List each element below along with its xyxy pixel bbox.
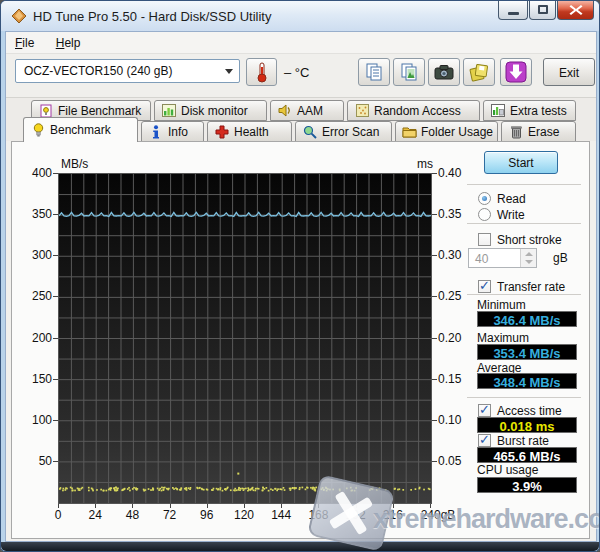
save-button[interactable] <box>463 58 495 86</box>
screenshot-button[interactable] <box>428 58 460 86</box>
window-bottom-edge <box>1 542 599 551</box>
axis-tick-label: 350 <box>24 207 52 221</box>
extra-tests-icon <box>490 104 506 118</box>
axis-tick-mark <box>207 504 208 508</box>
axis-tick-mark <box>432 338 437 339</box>
menu-bar: File Help <box>6 32 596 54</box>
tab-label: Extra tests <box>510 104 567 118</box>
short-stroke-checkbox[interactable]: ✓ Short stroke <box>478 232 562 247</box>
axis-tick-mark <box>432 296 437 297</box>
axis-tick-label: 0.40 <box>438 166 461 180</box>
short-stroke-unit: gB <box>553 251 568 265</box>
axis-tick-mark <box>53 420 58 421</box>
minimum-label: Minimum <box>477 298 526 312</box>
save-icon <box>469 62 489 82</box>
magnifier-icon <box>302 125 318 139</box>
copy-image-button[interactable] <box>393 58 425 86</box>
transfer-rate-checkbox[interactable]: ✓ Transfer rate <box>478 279 565 294</box>
thermometer-icon <box>256 61 268 83</box>
tab-error-scan[interactable]: Error Scan <box>295 121 392 142</box>
tab-aam[interactable]: AAM <box>270 100 344 121</box>
copy-text-button[interactable] <box>358 58 390 86</box>
tab-extra-tests[interactable]: Extra tests <box>483 100 576 121</box>
minimum-value: 346.4 MB/s <box>477 311 577 327</box>
drive-select-value: OCZ-VECTOR150 (240 gB) <box>24 64 173 78</box>
minimize-button[interactable] <box>498 1 528 20</box>
tab-health[interactable]: Health <box>207 121 292 142</box>
axis-tick-mark <box>53 173 58 174</box>
axis-tick-label: 400 <box>24 166 52 180</box>
read-radio[interactable]: Read <box>478 191 526 206</box>
tab-folder-usage[interactable]: Folder Usage <box>395 121 498 142</box>
y-right-axis-unit: ms <box>401 157 433 171</box>
folder-icon <box>402 125 417 139</box>
tab-label: Info <box>168 125 188 139</box>
spinner-up-icon <box>525 252 533 256</box>
axis-tick-mark <box>170 504 171 508</box>
axis-tick-mark <box>432 461 437 462</box>
write-radio[interactable]: Write <box>478 207 525 222</box>
checkbox-icon: ✓ <box>478 434 491 447</box>
minimize-icon <box>508 12 519 15</box>
start-button[interactable]: Start <box>484 151 558 174</box>
benchmark-chart <box>58 173 432 504</box>
chart-canvas <box>59 174 431 503</box>
close-icon <box>569 4 583 16</box>
speaker-icon <box>277 104 293 118</box>
app-window: HD Tune Pro 5.50 - Hard Disk/SSD Utility… <box>0 0 600 552</box>
axis-tick-mark <box>53 296 58 297</box>
tab-erase[interactable]: Erase <box>501 121 576 142</box>
update-button[interactable] <box>500 58 532 86</box>
axis-tick-mark <box>53 338 58 339</box>
checkbox-icon: ✓ <box>478 280 491 293</box>
axis-tick-mark <box>244 504 245 508</box>
drive-select-dropdown[interactable]: OCZ-VECTOR150 (240 gB) <box>15 59 240 83</box>
axis-tick-mark <box>58 504 59 508</box>
tab-label: AAM <box>297 104 323 118</box>
axis-tick-mark <box>53 379 58 380</box>
axis-tick-label: 150 <box>24 372 52 386</box>
maximize-button[interactable] <box>529 1 556 20</box>
spinner-down-icon <box>525 260 533 264</box>
window-title: HD Tune Pro 5.50 - Hard Disk/SSD Utility <box>33 9 271 24</box>
burst-rate-checkbox[interactable]: ✓ Burst rate <box>478 433 549 448</box>
axis-tick-label: 100 <box>24 413 52 427</box>
menu-file[interactable]: File <box>6 32 43 53</box>
close-button[interactable] <box>557 1 594 20</box>
cpu-usage-value: 3.9% <box>477 477 577 493</box>
axis-tick-label: 0.10 <box>438 413 461 427</box>
exit-button[interactable]: Exit <box>543 58 595 86</box>
checkbox-icon: ✓ <box>478 404 491 417</box>
axis-tick-mark <box>432 379 437 380</box>
axis-tick-label: 300 <box>24 248 52 262</box>
info-icon <box>148 125 164 139</box>
file-benchmark-icon <box>38 104 54 118</box>
axis-tick-mark <box>53 255 58 256</box>
axis-tick-mark <box>95 504 96 508</box>
spinner-arrows[interactable] <box>520 249 536 267</box>
tab-random-access[interactable]: Random Access <box>347 100 480 121</box>
lightbulb-icon <box>30 123 46 137</box>
trash-icon <box>508 125 524 139</box>
axis-tick-mark <box>53 214 58 215</box>
axis-tick-mark <box>432 255 437 256</box>
tab-info[interactable]: Info <box>141 121 204 142</box>
tab-benchmark[interactable]: Benchmark <box>23 117 138 142</box>
axis-tick-mark <box>132 504 133 508</box>
access-time-checkbox[interactable]: ✓ Access time <box>478 403 562 418</box>
maximize-icon <box>538 5 548 14</box>
watermark-text: xtremehardware.com <box>373 504 600 535</box>
axis-tick-mark <box>53 461 58 462</box>
disk-monitor-icon <box>161 104 177 118</box>
axis-tick-label: 0.15 <box>438 372 461 386</box>
camera-icon <box>434 64 454 80</box>
tab-label: Health <box>234 125 269 139</box>
menu-help[interactable]: Help <box>47 32 90 53</box>
tab-label: Benchmark <box>50 123 111 137</box>
tab-disk-monitor[interactable]: Disk monitor <box>154 100 267 121</box>
axis-tick-label: 0.20 <box>438 331 461 345</box>
short-stroke-size-input[interactable]: 40 <box>468 248 537 268</box>
axis-tick-mark <box>432 214 437 215</box>
axis-tick-label: 0.30 <box>438 248 461 262</box>
temperature-button[interactable] <box>246 58 277 86</box>
